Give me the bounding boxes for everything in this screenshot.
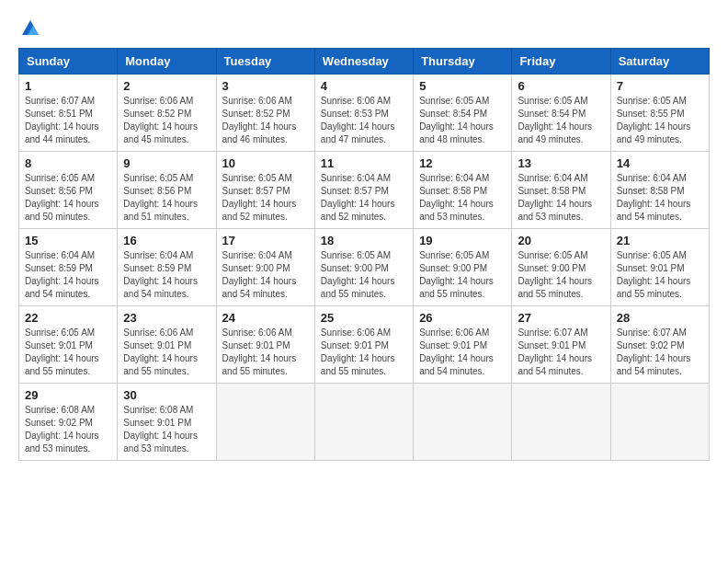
- week-row-2: 8Sunrise: 6:05 AMSunset: 8:56 PMDaylight…: [19, 152, 710, 229]
- day-info: Sunrise: 6:06 AMSunset: 8:52 PMDaylight:…: [222, 95, 309, 146]
- day-number: 8: [25, 156, 111, 170]
- day-info: Sunrise: 6:04 AMSunset: 8:58 PMDaylight:…: [518, 172, 604, 224]
- day-info: Sunrise: 6:05 AMSunset: 8:54 PMDaylight:…: [419, 95, 506, 146]
- day-info: Sunrise: 6:06 AMSunset: 9:01 PMDaylight:…: [222, 327, 309, 378]
- day-info: Sunrise: 6:06 AMSunset: 8:53 PMDaylight:…: [321, 95, 407, 146]
- day-cell-24: 24Sunrise: 6:06 AMSunset: 9:01 PMDayligh…: [216, 306, 314, 384]
- day-header-saturday: Saturday: [610, 49, 709, 75]
- day-number: 18: [321, 234, 407, 247]
- day-info: Sunrise: 6:05 AMSunset: 9:01 PMDaylight:…: [617, 249, 703, 301]
- day-number: 5: [419, 79, 506, 93]
- day-cell-10: 10Sunrise: 6:05 AMSunset: 8:57 PMDayligh…: [216, 152, 314, 229]
- day-info: Sunrise: 6:04 AMSunset: 8:58 PMDaylight:…: [419, 172, 506, 224]
- day-number: 15: [25, 234, 111, 247]
- day-cell-11: 11Sunrise: 6:04 AMSunset: 8:57 PMDayligh…: [314, 152, 413, 229]
- day-number: 20: [518, 234, 604, 247]
- day-cell-20: 20Sunrise: 6:05 AMSunset: 9:00 PMDayligh…: [512, 229, 610, 306]
- day-number: 10: [222, 156, 309, 170]
- day-cell-23: 23Sunrise: 6:06 AMSunset: 9:01 PMDayligh…: [118, 306, 216, 384]
- calendar-header-row: SundayMondayTuesdayWednesdayThursdayFrid…: [19, 49, 710, 75]
- logo-icon: [20, 18, 40, 39]
- day-info: Sunrise: 6:05 AMSunset: 9:00 PMDaylight:…: [518, 249, 604, 301]
- day-info: Sunrise: 6:05 AMSunset: 8:55 PMDaylight:…: [617, 95, 703, 146]
- day-cell-3: 3Sunrise: 6:06 AMSunset: 8:52 PMDaylight…: [216, 75, 314, 152]
- day-number: 3: [222, 79, 309, 93]
- day-info: Sunrise: 6:05 AMSunset: 8:57 PMDaylight:…: [222, 172, 309, 224]
- day-cell-14: 14Sunrise: 6:04 AMSunset: 8:58 PMDayligh…: [610, 152, 709, 229]
- week-row-3: 15Sunrise: 6:04 AMSunset: 8:59 PMDayligh…: [19, 229, 710, 306]
- week-row-1: 1Sunrise: 6:07 AMSunset: 8:51 PMDaylight…: [19, 75, 710, 152]
- day-info: Sunrise: 6:05 AMSunset: 9:00 PMDaylight:…: [419, 249, 506, 301]
- day-info: Sunrise: 6:08 AMSunset: 9:02 PMDaylight:…: [25, 404, 111, 455]
- day-info: Sunrise: 6:04 AMSunset: 8:59 PMDaylight:…: [123, 249, 210, 301]
- day-cell-12: 12Sunrise: 6:04 AMSunset: 8:58 PMDayligh…: [414, 152, 512, 229]
- day-cell-26: 26Sunrise: 6:06 AMSunset: 9:01 PMDayligh…: [414, 306, 512, 384]
- day-number: 17: [222, 234, 309, 247]
- day-info: Sunrise: 6:06 AMSunset: 9:01 PMDaylight:…: [321, 327, 407, 378]
- day-info: Sunrise: 6:05 AMSunset: 8:56 PMDaylight:…: [123, 172, 210, 224]
- day-header-monday: Monday: [118, 49, 216, 75]
- day-cell-28: 28Sunrise: 6:07 AMSunset: 9:02 PMDayligh…: [610, 306, 709, 384]
- day-info: Sunrise: 6:07 AMSunset: 8:51 PMDaylight:…: [25, 95, 111, 146]
- day-cell-21: 21Sunrise: 6:05 AMSunset: 9:01 PMDayligh…: [610, 229, 709, 306]
- day-number: 11: [321, 156, 407, 170]
- day-cell-8: 8Sunrise: 6:05 AMSunset: 8:56 PMDaylight…: [19, 152, 118, 229]
- logo: [18, 18, 40, 39]
- day-number: 28: [617, 311, 703, 325]
- day-info: Sunrise: 6:06 AMSunset: 9:01 PMDaylight:…: [123, 327, 210, 378]
- day-header-tuesday: Tuesday: [216, 49, 314, 75]
- day-cell-25: 25Sunrise: 6:06 AMSunset: 9:01 PMDayligh…: [314, 306, 413, 384]
- day-cell-22: 22Sunrise: 6:05 AMSunset: 9:01 PMDayligh…: [19, 306, 118, 384]
- week-row-5: 29Sunrise: 6:08 AMSunset: 9:02 PMDayligh…: [19, 384, 710, 461]
- day-number: 1: [25, 79, 111, 93]
- day-cell-6: 6Sunrise: 6:05 AMSunset: 8:54 PMDaylight…: [512, 75, 610, 152]
- day-info: Sunrise: 6:06 AMSunset: 9:01 PMDaylight:…: [419, 327, 506, 378]
- day-number: 2: [123, 79, 210, 93]
- day-info: Sunrise: 6:04 AMSunset: 9:00 PMDaylight:…: [222, 249, 309, 301]
- day-number: 4: [321, 79, 407, 93]
- day-info: Sunrise: 6:05 AMSunset: 9:01 PMDaylight:…: [25, 327, 111, 378]
- day-number: 12: [419, 156, 506, 170]
- day-cell-29: 29Sunrise: 6:08 AMSunset: 9:02 PMDayligh…: [19, 384, 118, 461]
- day-number: 9: [123, 156, 210, 170]
- calendar-table: SundayMondayTuesdayWednesdayThursdayFrid…: [18, 48, 710, 461]
- day-info: Sunrise: 6:05 AMSunset: 8:56 PMDaylight:…: [25, 172, 111, 224]
- day-info: Sunrise: 6:07 AMSunset: 9:02 PMDaylight:…: [617, 327, 703, 378]
- day-header-wednesday: Wednesday: [314, 49, 413, 75]
- day-number: 22: [25, 311, 111, 325]
- day-info: Sunrise: 6:04 AMSunset: 8:57 PMDaylight:…: [321, 172, 407, 224]
- day-number: 24: [222, 311, 309, 325]
- day-number: 29: [25, 388, 111, 402]
- day-header-thursday: Thursday: [414, 49, 512, 75]
- day-cell-4: 4Sunrise: 6:06 AMSunset: 8:53 PMDaylight…: [314, 75, 413, 152]
- day-info: Sunrise: 6:05 AMSunset: 9:00 PMDaylight:…: [321, 249, 407, 301]
- day-number: 19: [419, 234, 506, 247]
- day-cell-1: 1Sunrise: 6:07 AMSunset: 8:51 PMDaylight…: [19, 75, 118, 152]
- empty-cell: [512, 384, 610, 461]
- day-cell-15: 15Sunrise: 6:04 AMSunset: 8:59 PMDayligh…: [19, 229, 118, 306]
- day-number: 13: [518, 156, 604, 170]
- day-cell-27: 27Sunrise: 6:07 AMSunset: 9:01 PMDayligh…: [512, 306, 610, 384]
- day-cell-19: 19Sunrise: 6:05 AMSunset: 9:00 PMDayligh…: [414, 229, 512, 306]
- day-number: 6: [518, 79, 604, 93]
- day-header-friday: Friday: [512, 49, 610, 75]
- day-cell-5: 5Sunrise: 6:05 AMSunset: 8:54 PMDaylight…: [414, 75, 512, 152]
- day-info: Sunrise: 6:07 AMSunset: 9:01 PMDaylight:…: [518, 327, 604, 378]
- day-cell-17: 17Sunrise: 6:04 AMSunset: 9:00 PMDayligh…: [216, 229, 314, 306]
- day-number: 27: [518, 311, 604, 325]
- day-number: 16: [123, 234, 210, 247]
- empty-cell: [414, 384, 512, 461]
- day-cell-18: 18Sunrise: 6:05 AMSunset: 9:00 PMDayligh…: [314, 229, 413, 306]
- day-number: 23: [123, 311, 210, 325]
- day-header-sunday: Sunday: [19, 49, 118, 75]
- day-info: Sunrise: 6:06 AMSunset: 8:52 PMDaylight:…: [123, 95, 210, 146]
- day-number: 26: [419, 311, 506, 325]
- day-number: 25: [321, 311, 407, 325]
- day-number: 7: [617, 79, 703, 93]
- day-cell-13: 13Sunrise: 6:04 AMSunset: 8:58 PMDayligh…: [512, 152, 610, 229]
- day-cell-16: 16Sunrise: 6:04 AMSunset: 8:59 PMDayligh…: [118, 229, 216, 306]
- week-row-4: 22Sunrise: 6:05 AMSunset: 9:01 PMDayligh…: [19, 306, 710, 384]
- day-info: Sunrise: 6:08 AMSunset: 9:01 PMDaylight:…: [123, 404, 210, 455]
- day-info: Sunrise: 6:05 AMSunset: 8:54 PMDaylight:…: [518, 95, 604, 146]
- day-number: 14: [617, 156, 703, 170]
